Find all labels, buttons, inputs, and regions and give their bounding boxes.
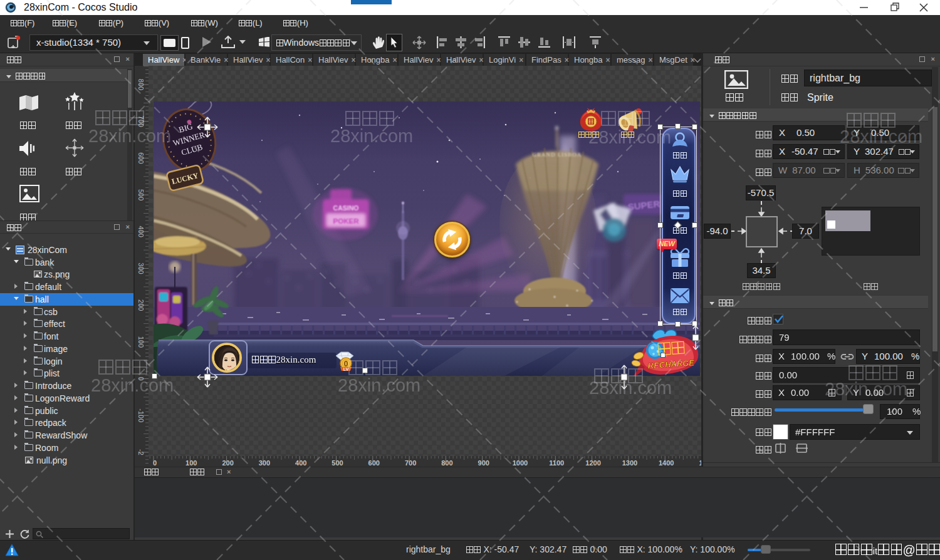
svg-text:1100: 1100 xyxy=(549,459,564,467)
svg-text:300: 300 xyxy=(137,262,145,274)
svg-text:700: 700 xyxy=(137,116,145,127)
svg-text:1000: 1000 xyxy=(513,459,528,467)
svg-text:500: 500 xyxy=(137,189,145,200)
svg-text:1200: 1200 xyxy=(585,459,600,467)
svg-text:700: 700 xyxy=(405,459,416,467)
svg-text:GRAND LISBOA: GRAND LISBOA xyxy=(533,152,582,158)
svg-text:600: 600 xyxy=(137,152,145,163)
svg-text:300: 300 xyxy=(259,459,270,467)
svg-text:-2: -2 xyxy=(137,449,145,455)
svg-text:LV: LV xyxy=(343,367,349,371)
svg-text:800: 800 xyxy=(137,79,145,90)
svg-text:100: 100 xyxy=(137,336,145,348)
svg-text:400: 400 xyxy=(295,459,306,467)
svg-text:CASINO: CASINO xyxy=(333,204,359,212)
svg-text:800: 800 xyxy=(441,459,452,467)
svg-text:600: 600 xyxy=(368,459,380,467)
svg-text:100: 100 xyxy=(185,459,197,467)
svg-text:200: 200 xyxy=(222,459,233,467)
svg-text:-100: -100 xyxy=(137,408,145,422)
svg-text:400: 400 xyxy=(137,226,145,237)
svg-text:900: 900 xyxy=(478,459,489,467)
svg-text:500: 500 xyxy=(332,459,343,467)
svg-text:0: 0 xyxy=(153,459,157,467)
svg-text:200: 200 xyxy=(137,299,145,311)
svg-text:1400: 1400 xyxy=(659,459,674,467)
svg-text:POKER: POKER xyxy=(333,217,360,225)
svg-text:0: 0 xyxy=(137,377,145,381)
svg-text:1300: 1300 xyxy=(622,459,637,467)
